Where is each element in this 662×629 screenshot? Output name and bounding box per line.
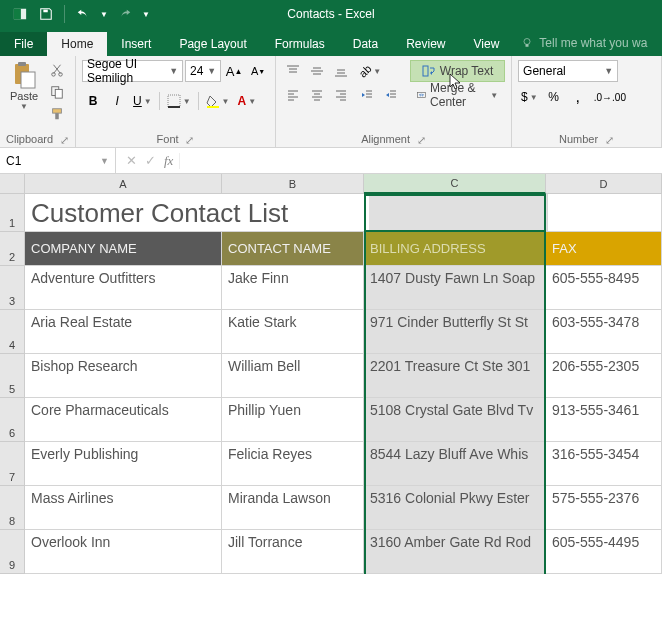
redo-icon[interactable] — [113, 3, 137, 25]
accounting-format-button[interactable]: $▼ — [518, 86, 541, 108]
cell[interactable]: 206-555-2305 — [546, 354, 662, 397]
cell[interactable]: Aria Real Estate — [25, 310, 222, 353]
qat-customize[interactable]: ▼ — [139, 3, 153, 25]
cell[interactable]: 575-555-2376 — [546, 486, 662, 529]
cell[interactable]: Overlook Inn — [25, 530, 222, 573]
alignment-dialog-icon[interactable]: ⤢ — [416, 134, 426, 144]
enter-formula-icon[interactable]: ✓ — [145, 153, 156, 168]
cut-icon[interactable] — [46, 60, 68, 80]
undo-dropdown[interactable]: ▼ — [97, 3, 111, 25]
cell[interactable] — [369, 194, 548, 231]
align-bottom-icon[interactable] — [330, 60, 352, 82]
format-painter-icon[interactable] — [46, 104, 68, 124]
increase-font-icon[interactable]: A▲ — [223, 60, 245, 82]
cell[interactable]: Adventure Outfitters — [25, 266, 222, 309]
row-header[interactable]: 2 — [0, 232, 24, 266]
align-right-icon[interactable] — [330, 84, 352, 106]
percent-format-button[interactable]: % — [543, 86, 565, 108]
cell[interactable]: 316-555-3454 — [546, 442, 662, 485]
tab-data[interactable]: Data — [339, 32, 392, 56]
cell[interactable] — [548, 194, 662, 231]
tab-file[interactable]: File — [0, 32, 47, 56]
row-header[interactable]: 7 — [0, 442, 24, 486]
select-all-corner[interactable] — [0, 174, 24, 194]
italic-button[interactable]: I — [106, 90, 128, 112]
increase-indent-icon[interactable] — [380, 84, 402, 106]
cell[interactable]: 2201 Treasure Ct Ste 301 — [364, 354, 546, 397]
tab-home[interactable]: Home — [47, 32, 107, 56]
cell[interactable]: 3160 Amber Gate Rd Rod — [364, 530, 546, 573]
col-header[interactable]: C — [364, 174, 546, 194]
cell[interactable]: Katie Stark — [222, 310, 364, 353]
comma-format-button[interactable]: , — [567, 86, 589, 108]
cell[interactable]: COMPANY NAME — [25, 232, 222, 265]
row-header[interactable]: 9 — [0, 530, 24, 574]
cell[interactable]: 8544 Lazy Bluff Ave Whis — [364, 442, 546, 485]
decrease-indent-icon[interactable] — [356, 84, 378, 106]
row-header[interactable]: 4 — [0, 310, 24, 354]
cell[interactable]: William Bell — [222, 354, 364, 397]
decrease-font-icon[interactable]: A▼ — [247, 60, 269, 82]
cell[interactable]: Jill Torrance — [222, 530, 364, 573]
col-header[interactable]: B — [222, 174, 364, 193]
cell[interactable]: Felicia Reyes — [222, 442, 364, 485]
cell[interactable]: Customer Contact List — [25, 194, 357, 231]
cell[interactable]: 603-555-3478 — [546, 310, 662, 353]
fx-icon[interactable]: fx — [164, 153, 180, 169]
merge-center-button[interactable]: Merge & Center▼ — [410, 84, 505, 106]
cell[interactable]: Core Pharmaceuticals — [25, 398, 222, 441]
cell[interactable]: Everly Publishing — [25, 442, 222, 485]
tab-review[interactable]: Review — [392, 32, 459, 56]
number-format-combo[interactable]: General▼ — [518, 60, 618, 82]
copy-icon[interactable] — [46, 82, 68, 102]
cell[interactable]: CONTACT NAME — [222, 232, 364, 265]
tab-page-layout[interactable]: Page Layout — [165, 32, 260, 56]
borders-button[interactable]: ▼ — [164, 90, 194, 112]
orientation-button[interactable]: ab▼ — [356, 60, 384, 82]
undo-icon[interactable] — [71, 3, 95, 25]
cell[interactable]: 5108 Crystal Gate Blvd Tv — [364, 398, 546, 441]
tab-formulas[interactable]: Formulas — [261, 32, 339, 56]
row-header[interactable]: 6 — [0, 398, 24, 442]
cell[interactable]: Bishop Research — [25, 354, 222, 397]
cell[interactable]: BILLING ADDRESS — [364, 232, 546, 265]
tell-me-search[interactable]: Tell me what you wa — [513, 30, 655, 56]
name-box[interactable]: C1▼ — [0, 148, 116, 173]
cell[interactable]: 1407 Dusty Fawn Ln Soap — [364, 266, 546, 309]
fill-color-button[interactable]: ▼ — [203, 90, 233, 112]
cell[interactable]: Jake Finn — [222, 266, 364, 309]
cell[interactable]: FAX — [546, 232, 662, 265]
wrap-text-button[interactable]: Wrap Text — [410, 60, 505, 82]
underline-button[interactable]: U▼ — [130, 90, 155, 112]
paste-button[interactable]: Paste ▼ — [6, 60, 42, 131]
cell[interactable]: 913-555-3461 — [546, 398, 662, 441]
save-icon[interactable] — [34, 3, 58, 25]
bold-button[interactable]: B — [82, 90, 104, 112]
number-dialog-icon[interactable]: ⤢ — [604, 134, 614, 144]
cell[interactable]: 605-555-4495 — [546, 530, 662, 573]
cell[interactable]: 605-555-8495 — [546, 266, 662, 309]
row-header[interactable]: 8 — [0, 486, 24, 530]
cancel-formula-icon[interactable]: ✕ — [126, 153, 137, 168]
tab-view[interactable]: View — [460, 32, 514, 56]
font-name-combo[interactable]: Segoe UI Semiligh▼ — [82, 60, 183, 82]
cell[interactable]: Phillip Yuen — [222, 398, 364, 441]
align-center-icon[interactable] — [306, 84, 328, 106]
clipboard-dialog-icon[interactable]: ⤢ — [59, 134, 69, 144]
font-dialog-icon[interactable]: ⤢ — [185, 134, 195, 144]
align-left-icon[interactable] — [282, 84, 304, 106]
tab-insert[interactable]: Insert — [107, 32, 165, 56]
excel-icon[interactable] — [8, 3, 32, 25]
font-size-combo[interactable]: 24▼ — [185, 60, 221, 82]
align-top-icon[interactable] — [282, 60, 304, 82]
cell[interactable]: Miranda Lawson — [222, 486, 364, 529]
cell[interactable]: Mass Airlines — [25, 486, 222, 529]
align-middle-icon[interactable] — [306, 60, 328, 82]
row-header[interactable]: 3 — [0, 266, 24, 310]
col-header[interactable]: A — [25, 174, 222, 193]
row-header[interactable]: 1 — [0, 194, 24, 232]
cell[interactable]: 971 Cinder Butterfly St St — [364, 310, 546, 353]
font-color-button[interactable]: A▼ — [235, 90, 260, 112]
cell[interactable]: 5316 Colonial Pkwy Ester — [364, 486, 546, 529]
col-header[interactable]: D — [546, 174, 662, 193]
